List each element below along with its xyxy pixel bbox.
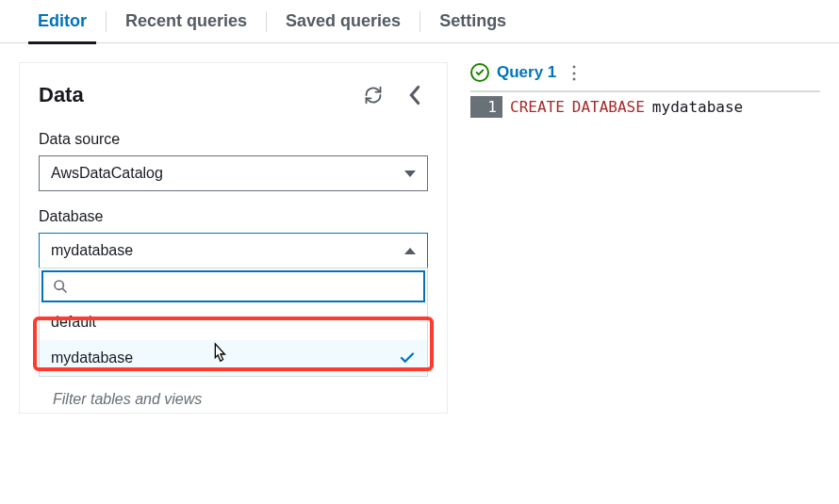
data-source-select[interactable]: AwsDataCatalog bbox=[39, 155, 428, 191]
check-icon bbox=[399, 350, 416, 366]
query-tab-menu-button[interactable]: ⋮ bbox=[566, 62, 583, 83]
data-panel: Data Data source AwsDataCatalog Database… bbox=[19, 62, 448, 414]
sql-keyword: CREATE bbox=[510, 98, 565, 116]
data-source-field: Data source AwsDataCatalog bbox=[39, 131, 428, 191]
line-gutter: 1 bbox=[470, 96, 502, 118]
database-option-label: mydatabase bbox=[51, 350, 133, 366]
svg-point-0 bbox=[55, 281, 63, 289]
database-search-input[interactable] bbox=[75, 278, 414, 295]
data-panel-title: Data bbox=[39, 83, 84, 107]
tab-editor[interactable]: Editor bbox=[19, 0, 106, 43]
sql-editor[interactable]: 1 CREATE DATABASE mydatabase bbox=[470, 96, 820, 118]
database-option-default[interactable]: default bbox=[40, 304, 427, 340]
database-field: Database mydatabase default mydatabase F… bbox=[39, 208, 428, 377]
database-option-label: default bbox=[51, 314, 96, 331]
data-source-value: AwsDataCatalog bbox=[51, 165, 163, 182]
database-label: Database bbox=[39, 208, 428, 225]
refresh-icon bbox=[364, 86, 383, 105]
query-tab-label: Query 1 bbox=[497, 63, 556, 82]
database-value: mydatabase bbox=[51, 242, 133, 259]
caret-down-icon bbox=[404, 171, 416, 177]
database-option-mydatabase[interactable]: mydatabase bbox=[40, 340, 427, 376]
data-source-label: Data source bbox=[39, 131, 428, 148]
refresh-button[interactable] bbox=[360, 82, 387, 108]
main-content: Data Data source AwsDataCatalog Database… bbox=[0, 43, 839, 432]
sql-keyword: DATABASE bbox=[572, 98, 645, 116]
database-dropdown: default mydatabase Filter tables and vie… bbox=[39, 268, 428, 377]
success-status-icon bbox=[470, 63, 489, 82]
data-panel-header: Data bbox=[39, 82, 428, 108]
database-search[interactable] bbox=[41, 270, 425, 302]
collapse-button[interactable] bbox=[402, 82, 428, 108]
tab-settings[interactable]: Settings bbox=[420, 0, 525, 43]
top-tab-bar: Editor Recent queries Saved queries Sett… bbox=[0, 0, 839, 43]
query-tab-1[interactable]: Query 1 bbox=[470, 63, 556, 82]
search-icon bbox=[53, 279, 68, 294]
line-number: 1 bbox=[487, 98, 497, 116]
tab-recent-queries[interactable]: Recent queries bbox=[107, 0, 266, 43]
chevron-left-icon bbox=[408, 85, 421, 106]
data-panel-actions bbox=[360, 82, 428, 108]
tab-saved-queries[interactable]: Saved queries bbox=[267, 0, 420, 43]
database-select[interactable]: mydatabase bbox=[39, 233, 428, 268]
caret-up-icon bbox=[404, 248, 416, 254]
sql-line: CREATE DATABASE mydatabase bbox=[502, 96, 750, 118]
filter-tables-placeholder: Filter tables and views bbox=[53, 391, 202, 408]
sql-identifier: mydatabase bbox=[652, 98, 743, 116]
query-tab-bar: Query 1 ⋮ bbox=[470, 62, 820, 92]
query-panel: Query 1 ⋮ 1 CREATE DATABASE mydatabase bbox=[470, 62, 820, 118]
